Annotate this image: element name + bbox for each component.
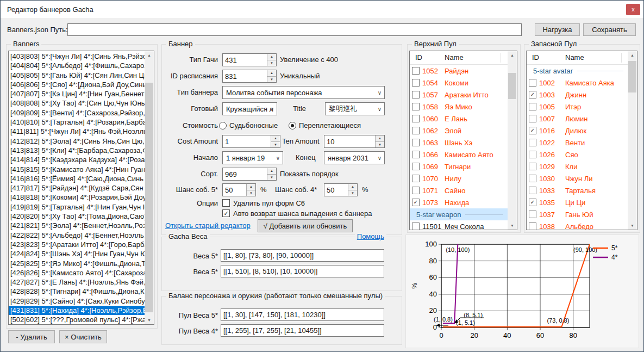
cost-amount-spinner[interactable]: 1 ▲▼ — [222, 135, 280, 148]
prefab-combo[interactable]: Кружащийся л ∨ — [222, 102, 277, 115]
unchecked-checkbox[interactable] — [529, 103, 536, 110]
remove-pool-checkbox[interactable] — [222, 199, 230, 207]
spin-down-icon[interactable]: ▼ — [376, 142, 384, 148]
table-row[interactable]: 1026Сяо — [527, 149, 628, 160]
unchecked-checkbox[interactable] — [412, 91, 420, 98]
table-row[interactable]: 1058Яэ Мико — [410, 101, 508, 113]
table-row[interactable]: 1030Чжун Ли — [527, 172, 628, 184]
list-item[interactable]: [417|817] 5*:[Райдэн] 4*:[Кудзё Сара,Сян… — [9, 183, 145, 193]
save-button[interactable]: Сохранять — [583, 23, 636, 36]
unchecked-checkbox[interactable] — [529, 223, 536, 230]
help-link[interactable]: Помощь — [355, 232, 386, 240]
path-input[interactable] — [67, 23, 522, 36]
table-row[interactable]: 1037Гань Юй — [527, 208, 628, 220]
scrollbar-thumb[interactable] — [628, 61, 636, 92]
unchecked-checkbox[interactable] — [529, 211, 536, 218]
spin-up-icon[interactable]: ▲ — [267, 70, 276, 77]
spin-up-icon[interactable]: ▲ — [376, 135, 384, 142]
banners-scrollbar[interactable]: ▲ ▼ — [145, 51, 154, 324]
gacha-type-spinner[interactable]: 431 ▲▼ — [222, 53, 277, 66]
unchecked-checkbox[interactable] — [529, 187, 536, 194]
table-row[interactable]: 1038Альбедо — [527, 220, 628, 230]
old-editor-link[interactable]: Открыть старый редактор — [165, 221, 251, 230]
weights5b-input[interactable]: [[1, 510], [8, 510], [10, 10000]] — [221, 265, 384, 277]
list-item[interactable]: [403|803] 5*:[Чжун Ли] 4*:[Синь Янь,Рэйз… — [9, 52, 145, 61]
list-item[interactable]: [429|829] 5*:[Сайно] 4*:[Саю,Куки Синобу — [9, 297, 145, 306]
list-item[interactable]: [422|822] 5*:[Альбедо] 4*:[Беннет,Ноэлль… — [9, 231, 145, 240]
list-item[interactable]: [415|815] 5*:[Камисато Аяка] 4*:[Нин Гуа… — [9, 165, 145, 174]
scroll-down-icon[interactable]: ▼ — [145, 316, 154, 324]
spin-up-icon[interactable]: ▲ — [247, 184, 255, 190]
unchecked-checkbox[interactable] — [412, 79, 420, 87]
unchecked-checkbox[interactable] — [529, 175, 536, 182]
table-row[interactable]: 1057Аратаки Итто — [410, 89, 508, 101]
unchecked-checkbox[interactable] — [412, 67, 420, 75]
chance4-spinner[interactable]: 50 ▲▼ — [324, 183, 358, 196]
end-date-picker[interactable]: января 2031 ∨ — [324, 151, 385, 164]
list-item[interactable]: [414|814] 5*:[Каэдэхара Кадзуха] 4*:[Роз… — [9, 155, 145, 164]
list-item[interactable]: [428|828] 5*:[Тигнари] 4*:[Фишль,Диона,К — [9, 287, 145, 296]
table-row[interactable]: 1005Итэр — [527, 101, 628, 113]
table-row[interactable]: 1066Камисато Аято — [410, 149, 508, 160]
unchecked-checkbox[interactable] — [529, 139, 536, 146]
spin-up-icon[interactable]: ▲ — [267, 168, 276, 175]
clear-banners-button[interactable]: × Очистить — [59, 330, 107, 343]
title-combo[interactable]: 黎明巡礼 ∨ — [325, 102, 385, 115]
checked-checkbox[interactable]: ✓ — [529, 199, 536, 206]
cost-radio-intertwined[interactable] — [289, 122, 296, 129]
close-button[interactable]: x — [626, 4, 640, 15]
list-item[interactable]: [421|821] 5*:[Эола] 4*:[Беннет,Ноэлль,Ро… — [9, 221, 145, 230]
unchecked-checkbox[interactable] — [529, 115, 536, 122]
start-date-picker[interactable]: 1 января 19 ∨ — [222, 151, 283, 164]
list-item[interactable]: [426|826] 5*:[Камисато Аято] 4*:[Сахароз… — [9, 268, 145, 277]
upper-pool-scrollbar[interactable]: ▲ ▼ — [508, 51, 517, 230]
table-row[interactable]: 1007Люмин — [527, 113, 628, 125]
list-item[interactable]: [406|806] 5*:[Сяо] 4*:[Диона,Бэй Доу,Син… — [9, 80, 145, 89]
unchecked-checkbox[interactable] — [529, 151, 536, 158]
unchecked-checkbox[interactable] — [529, 163, 536, 170]
table-row[interactable]: 1070Нилу — [410, 172, 508, 184]
list-item[interactable]: [407|807] 5*:[Кэ Цин] 4*:[Нин Гуан,Бенне… — [9, 89, 145, 98]
unchecked-checkbox[interactable] — [412, 151, 420, 158]
list-item[interactable]: [405|805] 5*:[Гань Юй] 4*:[Сян Лин,Син Ц… — [9, 71, 145, 80]
spin-up-icon[interactable]: ▲ — [348, 184, 357, 190]
table-row[interactable]: 1060Е Лань — [410, 113, 508, 125]
pool-weights5-input[interactable]: [[1, 30], [147, 150], [181, 10230]] — [221, 308, 384, 321]
unchecked-checkbox[interactable] — [412, 115, 420, 122]
scroll-up-icon[interactable]: ▲ — [628, 51, 637, 59]
table-row[interactable]: ✓1035Ци Ци — [527, 196, 628, 208]
pool-weights4-input[interactable]: [[1, 255], [17, 255], [21, 10455]] — [221, 324, 384, 337]
table-row[interactable]: ✓1003Джинн — [527, 89, 628, 101]
spin-up-icon[interactable]: ▲ — [267, 54, 276, 60]
spin-down-icon[interactable]: ▼ — [267, 60, 276, 66]
list-item[interactable]: [420|820] 5*:[Ху Тао] 4*:[Тома,Диона,Саю… — [9, 212, 145, 221]
scroll-up-icon[interactable]: ▲ — [145, 51, 154, 59]
unchecked-checkbox[interactable] — [412, 187, 420, 194]
scroll-down-icon[interactable]: ▼ — [508, 221, 517, 230]
list-item[interactable]: [411|811] 5*:[Чжун Ли] 4*:[Янь Фэй,Ноэлл… — [9, 127, 145, 136]
unchecked-checkbox[interactable] — [412, 175, 420, 182]
spin-down-icon[interactable]: ▼ — [271, 142, 280, 148]
list-item[interactable]: [502|602] 5*:[???,Громовой пульс] 4*:[Рж… — [9, 315, 145, 324]
list-item[interactable]: [427|827] 5*:[Е Лань] 4*:[Ноэлль,Янь Фэй… — [9, 277, 145, 287]
list-item[interactable]: [412|812] 5*:[Эола] 4*:[Синь Янь,Син Цю, — [9, 137, 145, 146]
table-row[interactable]: 1054Кокоми — [410, 77, 508, 89]
table-row[interactable]: 1062Элой — [410, 125, 508, 137]
reserve-pool-scrollbar[interactable]: ▲ ▼ — [628, 51, 637, 230]
scroll-up-icon[interactable]: ▲ — [508, 51, 517, 59]
table-row[interactable]: 1069Тигнари — [410, 160, 508, 172]
spin-down-icon[interactable]: ▼ — [267, 175, 276, 181]
list-item[interactable]: [425|825] 5*:[Яэ Мико] 4*:[Фишль,Диона,Т — [9, 259, 145, 268]
load-button[interactable]: Нагрузка — [535, 23, 580, 36]
auto-return-checkbox[interactable]: ✓ — [222, 209, 230, 217]
list-item[interactable]: [404|804] 5*:[Альбедо] 4*:[Фишль,Сахароз… — [9, 61, 145, 70]
weights5a-input[interactable]: [[1, 80], [73, 80], [90, 10000]] — [221, 249, 384, 262]
list-item[interactable]: [410|810] 5*:[Тарталья] 4*:[Розария,Барб… — [9, 118, 145, 127]
unchecked-checkbox[interactable] — [412, 163, 420, 170]
unchecked-checkbox[interactable] — [529, 79, 536, 87]
table-row[interactable]: 1052Райдэн — [410, 65, 508, 77]
table-row[interactable]: 1033Тарталья — [527, 184, 628, 196]
unchecked-checkbox[interactable] — [412, 103, 420, 110]
list-item[interactable]: [431|831] 5*:[Нахида] 4*:[Ноэлль,Рэйзор,… — [9, 306, 145, 315]
schedule-id-spinner[interactable]: 831 ▲▼ — [222, 70, 277, 83]
